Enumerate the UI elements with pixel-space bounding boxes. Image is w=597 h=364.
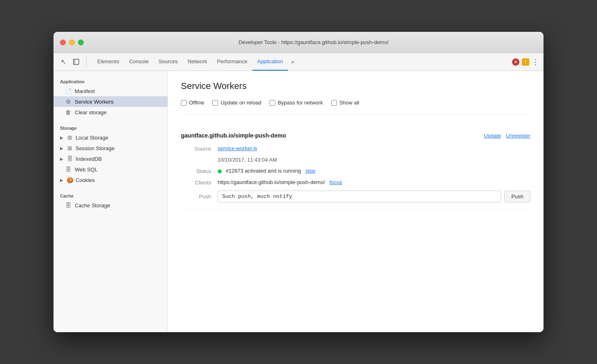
sidebar: Application 📄 Manifest ⚙ Service Workers… bbox=[53, 71, 168, 332]
show-all-checkbox[interactable] bbox=[331, 100, 337, 106]
tab-elements[interactable]: Elements bbox=[92, 53, 124, 71]
update-link[interactable]: Update bbox=[484, 133, 501, 139]
web-sql-icon: 🗄 bbox=[65, 166, 71, 173]
toolbar-icon-group: ↖ bbox=[58, 56, 87, 68]
page-title: Service Workers bbox=[181, 81, 530, 91]
received-value: 10/10/2017, 11:43:04 AM bbox=[218, 157, 530, 163]
more-tabs-button[interactable]: » bbox=[288, 53, 297, 71]
sidebar-item-label-manifest: Manifest bbox=[75, 88, 95, 94]
sidebar-section-storage: Storage bbox=[53, 122, 167, 132]
received-label bbox=[181, 157, 218, 157]
indexeddb-icon: 🗄 bbox=[67, 155, 73, 162]
sidebar-item-local-storage[interactable]: ▶ ⊞ Local Storage bbox=[53, 132, 167, 143]
update-on-reload-checkbox[interactable] bbox=[212, 100, 218, 106]
stop-link[interactable]: stop bbox=[305, 168, 316, 174]
sw-origin: gauntface.github.io/simple-push-demo bbox=[181, 132, 286, 139]
sw-actions: Update Unregister bbox=[484, 133, 530, 139]
sidebar-item-service-workers[interactable]: ⚙ Service Workers bbox=[53, 96, 167, 107]
sidebar-item-indexeddb[interactable]: ▶ 🗄 IndexedDB bbox=[53, 153, 167, 164]
service-workers-icon: ⚙ bbox=[65, 98, 71, 105]
push-button[interactable]: Push bbox=[504, 191, 530, 202]
sidebar-item-cookies[interactable]: ▶ 🍪 Cookies bbox=[53, 175, 167, 185]
toolbar-right: × ! ⋮ bbox=[512, 58, 539, 67]
bypass-for-network-label: Bypass for network bbox=[278, 100, 323, 106]
push-input[interactable] bbox=[218, 191, 501, 202]
warning-icon[interactable]: ! bbox=[522, 58, 529, 66]
sidebar-section-cache: Cache bbox=[53, 190, 167, 200]
sw-entry: gauntface.github.io/simple-push-demo Upd… bbox=[181, 126, 530, 209]
offline-checkbox-label[interactable]: Offline bbox=[181, 100, 204, 106]
received-row: 10/10/2017, 11:43:04 AM bbox=[181, 157, 530, 163]
svg-rect-0 bbox=[74, 59, 79, 64]
sidebar-item-label-web-sql: Web SQL bbox=[75, 166, 98, 173]
window-title: Developer Tools - https://gauntface.gith… bbox=[90, 39, 537, 45]
clients-url: https://gauntface.github.io/simple-push-… bbox=[218, 179, 325, 185]
clients-label: Clients bbox=[181, 179, 218, 186]
push-input-group: Push bbox=[218, 191, 530, 202]
unregister-link[interactable]: Unregister bbox=[506, 133, 530, 139]
status-label: Status bbox=[181, 168, 218, 174]
error-icon[interactable]: × bbox=[512, 58, 519, 66]
sidebar-item-manifest[interactable]: 📄 Manifest bbox=[53, 86, 167, 96]
traffic-lights bbox=[60, 40, 84, 45]
tabs-bar: Elements Console Sources Network Perform… bbox=[92, 53, 510, 71]
sidebar-item-web-sql[interactable]: 🗄 Web SQL bbox=[53, 164, 167, 175]
push-label: Push bbox=[181, 193, 218, 200]
status-text: #12873 activated and is running bbox=[226, 168, 301, 174]
manifest-icon: 📄 bbox=[65, 88, 71, 94]
clients-value: https://gauntface.github.io/simple-push-… bbox=[218, 179, 530, 185]
cache-storage-icon: 🗄 bbox=[65, 202, 71, 209]
options-row: Offline Update on reload Bypass for netw… bbox=[181, 100, 530, 114]
close-button[interactable] bbox=[60, 40, 66, 45]
show-all-checkbox-label[interactable]: Show all bbox=[331, 100, 359, 106]
status-value: #12873 activated and is running stop bbox=[218, 168, 530, 174]
cursor-icon[interactable]: ↖ bbox=[58, 56, 69, 68]
focus-link[interactable]: focus bbox=[330, 179, 342, 185]
main-content: Application 📄 Manifest ⚙ Service Workers… bbox=[53, 71, 544, 332]
clients-row: Clients https://gauntface.github.io/simp… bbox=[181, 179, 530, 186]
tab-application[interactable]: Application bbox=[252, 53, 288, 71]
devtools-window: Developer Tools - https://gauntface.gith… bbox=[53, 32, 544, 332]
arrow-icon: ▶ bbox=[60, 178, 64, 182]
bypass-for-network-checkbox-label[interactable]: Bypass for network bbox=[270, 100, 323, 106]
sidebar-item-label-cache-storage: Cache Storage bbox=[75, 202, 110, 209]
bypass-for-network-checkbox[interactable] bbox=[270, 100, 275, 106]
offline-label: Offline bbox=[189, 100, 204, 106]
sidebar-item-label-local-storage: Local Storage bbox=[76, 135, 108, 141]
source-link[interactable]: service-worker.js bbox=[218, 145, 257, 151]
status-dot bbox=[218, 169, 222, 173]
status-row: Status #12873 activated and is running s… bbox=[181, 168, 530, 174]
sidebar-item-cache-storage[interactable]: 🗄 Cache Storage bbox=[53, 200, 167, 211]
sidebar-item-label-session-storage: Session Storage bbox=[76, 145, 114, 151]
sidebar-item-label-indexeddb: IndexedDB bbox=[76, 156, 102, 162]
tab-network[interactable]: Network bbox=[183, 53, 212, 71]
more-options-icon[interactable]: ⋮ bbox=[532, 58, 539, 67]
sidebar-item-clear-storage[interactable]: 🗑 Clear storage bbox=[53, 107, 167, 118]
update-on-reload-checkbox-label[interactable]: Update on reload bbox=[212, 100, 261, 106]
source-label: Source bbox=[181, 145, 218, 152]
arrow-icon: ▶ bbox=[60, 146, 64, 151]
tab-console[interactable]: Console bbox=[124, 53, 154, 71]
toolbar: ↖ Elements Console Sources Network Perfo… bbox=[53, 53, 544, 71]
local-storage-icon: ⊞ bbox=[67, 134, 73, 141]
show-all-label: Show all bbox=[339, 100, 359, 106]
tab-performance[interactable]: Performance bbox=[212, 53, 252, 71]
tab-sources[interactable]: Sources bbox=[154, 53, 183, 71]
arrow-icon: ▶ bbox=[60, 157, 64, 161]
push-row: Push Push bbox=[181, 191, 530, 202]
sidebar-item-session-storage[interactable]: ▶ ⊞ Session Storage bbox=[53, 143, 167, 153]
inspect-icon[interactable] bbox=[71, 56, 82, 68]
source-row: Source service-worker.js bbox=[181, 145, 530, 152]
update-on-reload-label: Update on reload bbox=[221, 100, 261, 106]
maximize-button[interactable] bbox=[78, 40, 84, 45]
arrow-icon: ▶ bbox=[60, 135, 64, 140]
offline-checkbox[interactable] bbox=[181, 100, 187, 106]
sidebar-item-label-cookies: Cookies bbox=[76, 177, 95, 183]
content-panel: Service Workers Offline Update on reload… bbox=[168, 71, 544, 332]
source-value: service-worker.js bbox=[218, 145, 530, 151]
sidebar-section-application: Application bbox=[53, 76, 167, 86]
sw-header: gauntface.github.io/simple-push-demo Upd… bbox=[181, 132, 530, 139]
sidebar-item-label-service-workers: Service Workers bbox=[75, 99, 114, 105]
minimize-button[interactable] bbox=[69, 40, 75, 45]
sidebar-item-label-clear-storage: Clear storage bbox=[75, 109, 107, 115]
